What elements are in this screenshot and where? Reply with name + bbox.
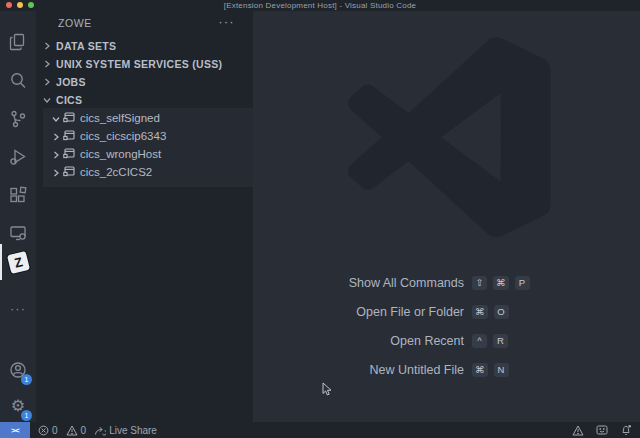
live-share-status[interactable]: Live Share (94, 425, 157, 436)
cics-session-icon (63, 163, 75, 181)
run-debug-icon[interactable] (0, 139, 36, 175)
more-views-icon[interactable]: ··· (0, 290, 36, 326)
chevron-down-icon (42, 96, 52, 104)
alert-icon[interactable] (572, 425, 584, 436)
keycap-cmd: ⌘ (493, 276, 509, 290)
zowe-icon[interactable]: Z (0, 244, 36, 280)
live-share-icon (94, 425, 106, 436)
extensions-icon[interactable] (0, 177, 36, 213)
tree-section-data-sets[interactable]: DATA SETS (36, 37, 253, 55)
feedback-icon[interactable] (596, 425, 608, 436)
tree-section-cics[interactable]: CICS (36, 91, 253, 109)
window-controls[interactable] (6, 2, 34, 8)
sidebar-title: ZOWE (58, 17, 92, 29)
keycap-letter: N (494, 363, 509, 377)
accounts-badge: 1 (21, 374, 32, 385)
watermark-shortcuts: Show All Commands ⇧ ⌘ P Open File or Fol… (253, 268, 553, 384)
error-icon (38, 425, 49, 436)
shortcut-row: Open File or Folder ⌘ O (253, 297, 553, 326)
cics-children-panel: cics_selfSigned cics_cicscip6343 cics_wr… (43, 108, 253, 187)
activity-bar: Z ··· 1 ⚙ 1 (0, 11, 36, 422)
chevron-right-icon (52, 127, 60, 145)
more-actions-icon[interactable]: ··· (219, 15, 236, 29)
window-title: [Extension Development Host] - Visual St… (224, 1, 416, 10)
status-bar: >< 0 0 Live Share (0, 422, 640, 438)
chevron-right-icon (42, 78, 52, 86)
tree-item-cics-cicscip6343[interactable]: cics_cicscip6343 (43, 127, 253, 145)
live-share-label: Live Share (109, 425, 157, 436)
cics-session-icon (63, 109, 75, 127)
editor-area: Show All Commands ⇧ ⌘ P Open File or Fol… (253, 11, 640, 422)
error-count: 0 (52, 425, 58, 436)
chevron-right-icon (42, 60, 52, 68)
shortcut-row: Show All Commands ⇧ ⌘ P (253, 268, 553, 297)
cics-session-icon (63, 127, 75, 145)
tree-section-uss[interactable]: UNIX SYSTEM SERVICES (USS) (36, 55, 253, 73)
maximize-window-button[interactable] (28, 2, 34, 8)
chevron-right-icon (52, 163, 60, 181)
vscode-window: [Extension Development Host] - Visual St… (0, 0, 640, 438)
settings-gear-icon[interactable]: ⚙ 1 (0, 388, 36, 424)
minimize-window-button[interactable] (17, 2, 23, 8)
chevron-right-icon (52, 145, 60, 163)
warning-icon (66, 425, 78, 436)
tree-item-cics-2ccics2[interactable]: cics_2cCICS2 (43, 163, 253, 181)
shortcut-row: New Untitled File ⌘ N (253, 355, 553, 384)
keycap-letter: O (494, 305, 509, 319)
keycap-ctrl: ^ (472, 334, 487, 348)
close-window-button[interactable] (6, 2, 12, 8)
chevron-right-icon (42, 42, 52, 50)
source-control-icon[interactable] (0, 101, 36, 137)
sidebar-header: ZOWE ··· (36, 11, 253, 35)
notifications-bell-icon[interactable] (620, 424, 632, 436)
tree-item-cics-wronghost[interactable]: cics_wrongHost (43, 145, 253, 163)
warning-count: 0 (81, 425, 87, 436)
tree-section-jobs[interactable]: JOBS (36, 73, 253, 91)
shortcut-row: Open Recent ^ R (253, 326, 553, 355)
tree-item-cics-selfsigned[interactable]: cics_selfSigned (43, 109, 253, 127)
keycap-shift: ⇧ (472, 276, 487, 290)
chevron-down-icon (52, 109, 60, 127)
search-icon[interactable] (0, 63, 36, 99)
settings-badge: 1 (21, 410, 32, 421)
remote-indicator[interactable]: >< (0, 422, 30, 438)
keycap-letter: R (493, 334, 508, 348)
vscode-watermark-logo (347, 32, 553, 248)
zowe-side-bar: ZOWE ··· DATA SETS UNIX SYSTEM SERVICES … (36, 11, 253, 422)
title-bar: [Extension Development Host] - Visual St… (0, 0, 640, 11)
keycap-cmd: ⌘ (472, 363, 488, 377)
explorer-icon[interactable] (0, 24, 36, 60)
cics-session-icon (63, 145, 75, 163)
keycap-cmd: ⌘ (472, 305, 488, 319)
problems-status[interactable]: 0 0 (38, 425, 86, 436)
mouse-cursor (322, 382, 332, 396)
keycap-letter: P (515, 276, 530, 290)
accounts-icon[interactable]: 1 (0, 352, 36, 388)
